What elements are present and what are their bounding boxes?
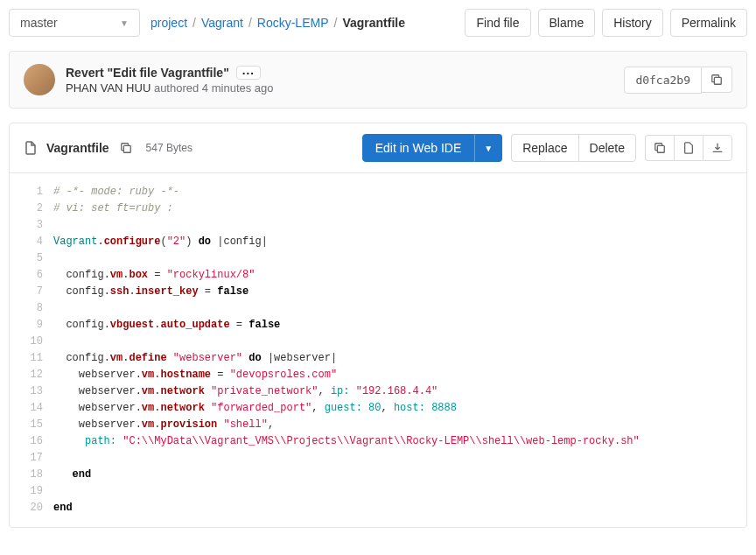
copy-contents-button[interactable]	[645, 135, 674, 161]
avatar[interactable]	[24, 64, 55, 95]
svg-rect-1	[123, 145, 130, 152]
line-number[interactable]: 16	[20, 433, 43, 450]
copy-sha-button[interactable]	[702, 67, 732, 93]
code-line: config.vm.box = "rockylinux/8"	[53, 267, 732, 284]
code-line: Vagrant.configure("2") do |config|	[53, 234, 732, 250]
code-line: path: "C:\\MyData\\Vagrant_VMS\\Projects…	[53, 433, 732, 450]
code-line	[53, 217, 732, 234]
breadcrumb-current: Vagrantfile	[342, 16, 405, 30]
branch-name: master	[20, 16, 58, 30]
code-line	[53, 334, 732, 350]
breadcrumb-part[interactable]: project	[150, 16, 187, 30]
line-number[interactable]: 10	[20, 334, 43, 350]
copy-icon	[710, 74, 723, 86]
code-line	[53, 450, 732, 467]
code-line: # vi: set ft=ruby :	[53, 200, 732, 217]
edit-dropdown-button[interactable]: ▼	[474, 134, 502, 162]
code-line: config.vm.define "webserver" do |webserv…	[53, 350, 732, 367]
delete-button[interactable]: Delete	[578, 134, 636, 162]
line-number[interactable]: 15	[20, 417, 43, 433]
file-icon	[24, 141, 38, 155]
code-line	[53, 300, 732, 317]
breadcrumb-separator: /	[192, 16, 196, 30]
commit-time: 4 minutes ago	[202, 81, 274, 95]
code-line: config.ssh.insert_key = false	[53, 284, 732, 300]
breadcrumb-separator: /	[248, 16, 252, 30]
breadcrumb-part[interactable]: Vagrant	[201, 16, 243, 30]
line-number[interactable]: 6	[20, 267, 43, 284]
svg-rect-2	[657, 145, 664, 152]
line-number[interactable]: 13	[20, 383, 43, 400]
code-line	[53, 483, 732, 500]
copy-path-button[interactable]	[118, 140, 134, 156]
breadcrumb-separator: /	[334, 16, 338, 30]
edit-web-ide-button[interactable]: Edit in Web IDE	[362, 134, 475, 162]
line-number[interactable]: 20	[20, 500, 43, 516]
chevron-down-icon: ▼	[484, 144, 493, 153]
download-button[interactable]	[703, 135, 732, 161]
line-number[interactable]: 17	[20, 450, 43, 467]
code-line: end	[53, 467, 732, 483]
code-line: end	[53, 500, 732, 516]
line-number[interactable]: 1	[20, 184, 43, 200]
replace-button[interactable]: Replace	[511, 134, 578, 162]
line-number[interactable]: 7	[20, 284, 43, 300]
file-size: 547 Bytes	[146, 142, 192, 154]
code-content: # -*- mode: ruby -*-# vi: set ft=ruby : …	[53, 184, 746, 516]
line-number[interactable]: 11	[20, 350, 43, 367]
copy-icon	[120, 142, 132, 154]
code-line: webserver.vm.network "forwarded_port", g…	[53, 400, 732, 417]
file-name: Vagrantfile	[46, 141, 109, 155]
code-line	[53, 250, 732, 267]
commit-expand-button[interactable]: ...	[236, 66, 261, 80]
raw-button[interactable]	[674, 135, 703, 161]
line-number[interactable]: 18	[20, 467, 43, 483]
permalink-button[interactable]: Permalink	[670, 9, 747, 37]
code-line: webserver.vm.network "private_network", …	[53, 383, 732, 400]
breadcrumb: project / Vagrant / Rocky-LEMP / Vagrant…	[150, 16, 454, 30]
line-number[interactable]: 14	[20, 400, 43, 417]
commit-author[interactable]: PHAN VAN HUU	[66, 81, 150, 95]
code-line: config.vbguest.auto_update = false	[53, 317, 732, 334]
commit-info-box: Revert "Edit file Vagrantfile" ... PHAN …	[9, 51, 747, 109]
download-icon	[711, 142, 724, 154]
commit-meta: PHAN VAN HUU authored 4 minutes ago	[66, 81, 613, 95]
file-viewer: Vagrantfile 547 Bytes Edit in Web IDE ▼ …	[9, 123, 747, 528]
history-button[interactable]: History	[602, 9, 663, 37]
copy-icon	[654, 142, 666, 154]
line-number[interactable]: 12	[20, 367, 43, 383]
line-number[interactable]: 4	[20, 234, 43, 250]
svg-rect-0	[714, 77, 721, 84]
code-line: # -*- mode: ruby -*-	[53, 184, 732, 200]
code-viewer: 1234567891011121314151617181920 # -*- mo…	[10, 173, 746, 527]
line-number[interactable]: 5	[20, 250, 43, 267]
find-file-button[interactable]: Find file	[465, 9, 530, 37]
chevron-down-icon: ▼	[120, 18, 129, 28]
line-number[interactable]: 2	[20, 200, 43, 217]
line-number[interactable]: 19	[20, 483, 43, 500]
breadcrumb-part[interactable]: Rocky-LEMP	[257, 16, 329, 30]
commit-title[interactable]: Revert "Edit file Vagrantfile"	[66, 66, 229, 80]
document-icon	[682, 142, 695, 154]
branch-selector[interactable]: master ▼	[9, 9, 140, 37]
code-line: webserver.vm.hostname = "devopsroles.com…	[53, 367, 732, 383]
line-numbers: 1234567891011121314151617181920	[10, 184, 53, 516]
line-number[interactable]: 8	[20, 300, 43, 317]
commit-sha[interactable]: d0fca2b9	[624, 67, 702, 94]
blame-button[interactable]: Blame	[538, 9, 596, 37]
line-number[interactable]: 9	[20, 317, 43, 334]
code-line: webserver.vm.provision "shell",	[53, 417, 732, 433]
line-number[interactable]: 3	[20, 217, 43, 234]
